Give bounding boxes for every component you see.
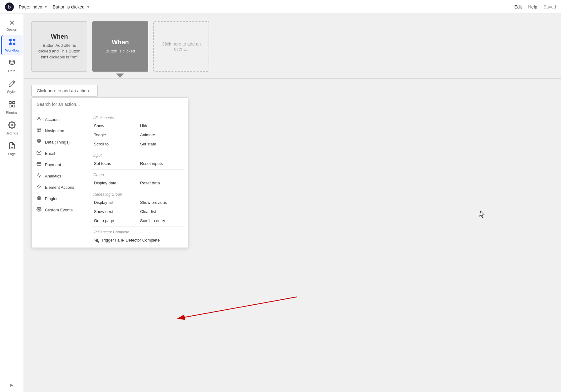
svg-rect-1 bbox=[13, 39, 15, 41]
svg-point-17 bbox=[37, 139, 41, 141]
edit-button[interactable]: Edit bbox=[514, 4, 522, 9]
category-account-label: Account bbox=[45, 117, 60, 122]
category-element-actions[interactable]: Element Actions bbox=[32, 182, 88, 193]
svg-point-7 bbox=[9, 60, 14, 62]
actions-list: All elements Show Hide Toggle Animate Sc… bbox=[88, 111, 188, 248]
action-toggle[interactable]: Toggle bbox=[92, 130, 138, 139]
action-show-next[interactable]: Show next bbox=[92, 207, 138, 216]
plugins-icon bbox=[8, 101, 16, 109]
svg-point-15 bbox=[38, 117, 40, 119]
event-card-2[interactable]: When Button is clicked bbox=[92, 21, 148, 72]
sidebar-label-plugins: Plugins bbox=[6, 111, 17, 114]
category-payment[interactable]: Payment bbox=[32, 159, 88, 170]
svg-point-26 bbox=[38, 209, 40, 210]
repeating-group-grid: Display list Show previous Show next Cle… bbox=[92, 198, 184, 228]
section-title-repeating-group: Repeating Group bbox=[92, 190, 184, 198]
svg-rect-16 bbox=[37, 128, 41, 131]
action-show-previous[interactable]: Show previous bbox=[138, 198, 184, 207]
categories-list: Account Navigation Data (T bbox=[32, 111, 88, 248]
workflow-label: Button is clicked bbox=[53, 4, 84, 9]
action-go-to-page[interactable]: Go to page bbox=[92, 216, 138, 225]
help-button[interactable]: Help bbox=[528, 4, 537, 9]
svg-rect-10 bbox=[9, 105, 11, 107]
action-reset-data[interactable]: Reset data bbox=[138, 178, 184, 188]
sidebar-item-data[interactable]: Data bbox=[1, 56, 23, 76]
event-card-2-when: When bbox=[112, 39, 129, 46]
settings-icon bbox=[8, 121, 16, 130]
styles-icon bbox=[8, 80, 16, 89]
design-icon: ✕ bbox=[9, 19, 15, 26]
custom-events-icon bbox=[36, 207, 42, 213]
section-title-all-elements: All elements bbox=[92, 114, 184, 121]
sidebar-label-workflow: Workflow bbox=[5, 48, 19, 52]
action-display-data[interactable]: Display data bbox=[92, 178, 138, 188]
svg-rect-19 bbox=[37, 162, 41, 165]
category-analytics-label: Analytics bbox=[45, 174, 61, 178]
category-email[interactable]: Email bbox=[32, 148, 88, 159]
svg-rect-9 bbox=[13, 101, 15, 104]
sidebar-item-styles[interactable]: Styles bbox=[1, 77, 23, 97]
main-layout: ✕ Design Workflow Data Styles Plugins bbox=[0, 14, 561, 392]
svg-point-12 bbox=[11, 124, 13, 126]
content-area: When Button Add offer is clicked and Thi… bbox=[24, 14, 561, 392]
action-animate[interactable]: Animate bbox=[138, 130, 184, 139]
category-plugins[interactable]: Plugins bbox=[32, 193, 88, 204]
category-navigation[interactable]: Navigation bbox=[32, 125, 88, 136]
action-trigger-ip[interactable]: 🔌 Trigger I a IP Detector Complete bbox=[92, 236, 184, 245]
input-grid: Set focus Reset inputs bbox=[92, 159, 184, 171]
action-search-input[interactable] bbox=[37, 102, 183, 107]
sidebar-item-workflow[interactable]: Workflow bbox=[1, 35, 23, 55]
sidebar-label-logs: Logs bbox=[8, 152, 16, 156]
category-data[interactable]: Data (Things) bbox=[32, 136, 88, 148]
event-card-add[interactable]: Click here to add an event... bbox=[153, 21, 209, 72]
app-logo: b bbox=[5, 3, 14, 11]
action-hide[interactable]: Hide bbox=[138, 121, 184, 130]
sidebar-item-logs[interactable]: Logs bbox=[1, 139, 23, 159]
sidebar-item-design[interactable]: ✕ Design bbox=[1, 16, 23, 35]
action-clear-list[interactable]: Clear list bbox=[138, 207, 184, 216]
action-reset-inputs[interactable]: Reset inputs bbox=[138, 159, 184, 168]
svg-rect-22 bbox=[37, 196, 39, 198]
sidebar-label-styles: Styles bbox=[7, 90, 17, 94]
category-account[interactable]: Account bbox=[32, 114, 88, 125]
section-title-input: Input bbox=[92, 151, 184, 159]
sidebar-label-settings: Settings bbox=[6, 131, 18, 135]
category-payment-label: Payment bbox=[45, 162, 61, 167]
sidebar-item-settings[interactable]: Settings bbox=[1, 118, 23, 138]
page-selector[interactable]: Page: index ▼ bbox=[19, 4, 48, 9]
sidebar-item-plugins[interactable]: Plugins bbox=[1, 97, 23, 117]
action-set-focus[interactable]: Set focus bbox=[92, 159, 138, 168]
svg-rect-24 bbox=[37, 198, 39, 200]
page-dropdown-icon: ▼ bbox=[44, 5, 48, 9]
action-display-list[interactable]: Display list bbox=[92, 198, 138, 207]
ip-detector-icon: 🔌 bbox=[94, 238, 99, 243]
category-analytics[interactable]: Analytics bbox=[32, 170, 88, 182]
dropdown-body: Account Navigation Data (T bbox=[32, 111, 188, 248]
workflow-selector[interactable]: Button is clicked ▼ bbox=[53, 4, 90, 9]
action-scroll-to[interactable]: Scroll to bbox=[92, 139, 138, 149]
category-email-label: Email bbox=[45, 151, 55, 156]
action-set-state[interactable]: Set state bbox=[138, 139, 184, 149]
workflow-icon bbox=[8, 38, 16, 47]
logs-icon bbox=[8, 142, 16, 151]
svg-rect-2 bbox=[9, 43, 12, 45]
email-icon bbox=[36, 150, 42, 156]
workflow-events-row: When Button Add offer is clicked and Thi… bbox=[24, 14, 561, 72]
add-action-button[interactable]: Click here to add an action... bbox=[31, 85, 98, 97]
topbar: b Page: index ▼ Button is clicked ▼ Edit… bbox=[0, 0, 561, 14]
svg-rect-11 bbox=[13, 105, 15, 107]
payment-icon bbox=[36, 161, 42, 168]
svg-line-28 bbox=[185, 297, 297, 317]
sidebar-collapse-button[interactable]: ▶ bbox=[9, 382, 15, 388]
data-icon bbox=[8, 59, 16, 68]
svg-rect-25 bbox=[39, 198, 41, 200]
category-custom-events[interactable]: Custom Events bbox=[32, 204, 88, 215]
workflow-actions-area: Click here to add an action... Account bbox=[24, 79, 561, 392]
account-icon bbox=[36, 116, 42, 122]
category-element-actions-label: Element Actions bbox=[45, 185, 74, 190]
action-scroll-to-entry[interactable]: Scroll to entry bbox=[138, 216, 184, 225]
action-show[interactable]: Show bbox=[92, 121, 138, 130]
event-card-1[interactable]: When Button Add offer is clicked and Thi… bbox=[31, 21, 87, 72]
sidebar-label-design: Design bbox=[6, 28, 17, 31]
sidebar: ✕ Design Workflow Data Styles Plugins bbox=[0, 14, 24, 392]
